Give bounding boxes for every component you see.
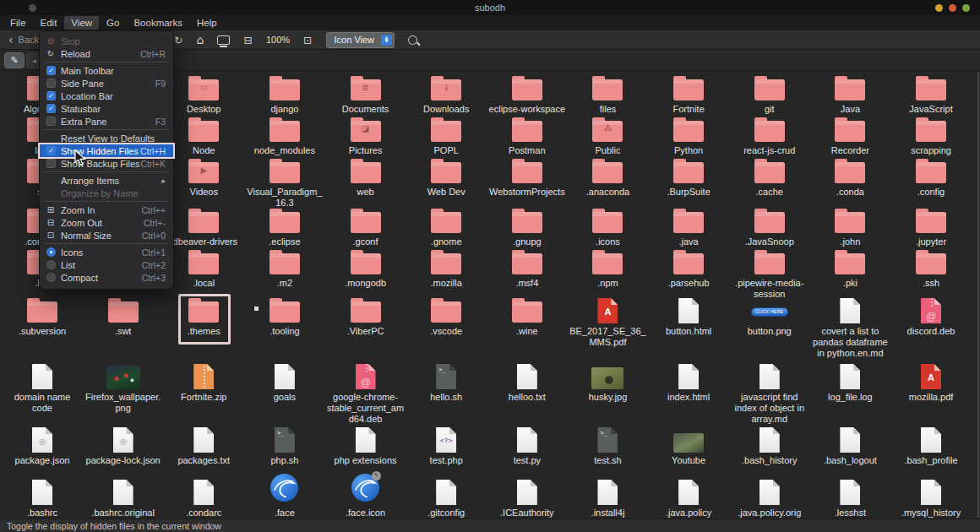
file-item-mozilla-pdf[interactable]: Amozilla.pdf [892,362,970,403]
file-item-scrapping[interactable]: scrapping [892,116,970,156]
file-item-popl[interactable]: POPL [407,116,485,156]
file-item-pictures[interactable]: ◪Pictures [327,116,405,156]
file-item-downloads[interactable]: ↓Downloads [407,74,485,115]
file-item-parsehub[interactable]: .parsehub [650,248,727,289]
file-item-postman[interactable]: Postman [488,116,566,156]
file-item-pipewire-media-session[interactable]: .pipewire-media-session [731,248,808,300]
file-item-git[interactable]: git [731,74,808,115]
file-item-firefox-wallpaper-png[interactable]: Firefox_wallpaper.png [84,362,162,414]
window-button-green[interactable] [962,4,970,12]
file-item-package-lock-json[interactable]: ◎package-lock.json [84,426,162,466]
file-item-files[interactable]: files [569,74,646,115]
file-item-django[interactable]: django [246,74,324,115]
menubar-item-file[interactable]: File [3,16,33,30]
file-item-button-html[interactable]: button.html [650,296,727,337]
file-item-public[interactable]: ⁂Public [569,116,646,156]
file-item-test-sh[interactable]: >_test.sh [569,426,646,466]
file-item-visual-paradigm-16-3[interactable]: Visual_Paradigm_16.3 [246,157,324,209]
file-item-index-html[interactable]: index.html [650,362,727,403]
file-item-ssh[interactable]: .ssh [892,248,970,289]
file-item-node[interactable]: Node [165,116,242,156]
file-item-themes[interactable]: .themes [165,296,242,337]
menubar-item-go[interactable]: Go [100,16,126,30]
file-item-m2[interactable]: .m2 [246,248,324,289]
file-item-pki[interactable]: .pki [811,248,889,289]
menu-item-side-pane[interactable]: Side PaneF9 [40,77,173,90]
file-item-iceauthority[interactable]: .ICEauthority [488,478,566,518]
menu-item-show-hidden-files[interactable]: ✓Show Hidden FilesCtrl+H [40,144,173,157]
file-item-config[interactable]: .config [892,157,970,198]
menu-item-arrange-items[interactable]: Arrange Items▸ [40,174,173,187]
file-item-javascript-find-index-of-object-in-array-md[interactable]: javascript find index of object in array… [731,362,808,425]
file-item-youtube[interactable]: Youtube [650,426,727,466]
file-item-anaconda[interactable]: .anaconda [569,157,646,198]
file-item-java-policy[interactable]: .java.policy [650,478,727,518]
file-item-gnome[interactable]: .gnome [407,207,485,247]
file-item-tooling[interactable]: .tooling [246,296,324,337]
menubar-item-help[interactable]: Help [190,16,224,30]
menu-item-statusbar[interactable]: ✓Statusbar [40,102,173,115]
file-item-eclipse-workspace[interactable]: eclipse-workspace [488,74,566,115]
file-item-local[interactable]: .local [165,248,242,289]
file-item-dbeaver-drivers[interactable]: .dbeaver-drivers [165,207,242,247]
file-item-videos[interactable]: ▶Videos [165,157,242,198]
file-item-npm[interactable]: .npm [569,248,646,289]
file-item-eclipse[interactable]: .eclipse [246,207,324,247]
file-item-mongodb[interactable]: .mongodb [327,248,405,289]
menu-item-list[interactable]: ListCtrl+2 [40,258,173,271]
file-item-domain-name-code[interactable]: domain name code [3,362,81,414]
file-item-web-dev[interactable]: Web Dev [407,157,485,198]
file-item-mozilla[interactable]: .mozilla [407,248,485,289]
menu-item-normal-size[interactable]: ⊡Normal SizeCtrl+0 [40,229,173,242]
menu-item-location-bar[interactable]: ✓Location Bar [40,90,173,102]
file-item-condarc[interactable]: .condarc [165,478,242,518]
file-item-python[interactable]: Python [650,116,727,156]
menu-item-reset-view-to-defaults[interactable]: Reset View to Defaults [40,132,173,144]
menu-item-zoom-in[interactable]: ⊞Zoom InCtrl++ [40,204,173,216]
menu-item-zoom-out[interactable]: ⊟Zoom OutCtrl+- [40,216,173,229]
file-item-php-extensions[interactable]: php extensions [327,426,405,466]
file-item-webstormprojects[interactable]: WebstormProjects [488,157,566,198]
file-item-bash-history[interactable]: .bash_history [731,426,808,466]
file-item-wine[interactable]: .wine [488,296,566,337]
file-item-vscode[interactable]: .vscode [407,296,485,337]
file-item-discord-deb[interactable]: @discord.deb [892,296,970,337]
file-item-gitconfig[interactable]: .gitconfig [407,478,485,518]
menubar-item-view[interactable]: View [64,16,99,30]
file-item-subversion[interactable]: .subversion [3,296,81,337]
file-item-husky-jpg[interactable]: husky.jpg [569,362,646,403]
file-item-bashrc-original[interactable]: .bashrc.original [84,478,162,518]
file-item-package-json[interactable]: ◎package.json [3,426,81,466]
file-item-log-file-log[interactable]: log_file.log [811,362,889,403]
file-item-covert-a-list-to-pandas-dataframe-in-python-en-md[interactable]: covert a list to pandas dataframe in pyt… [811,296,889,359]
file-item-conda[interactable]: .conda [811,157,889,198]
file-item-face[interactable]: .face [246,478,324,518]
file-item-mysql-history[interactable]: .mysql_history [892,478,970,518]
file-item-msf4[interactable]: .msf4 [488,248,566,289]
file-item-test-php[interactable]: <?>test.php [407,426,485,466]
file-item-gconf[interactable]: .gconf [327,207,405,247]
window-button-orange[interactable] [949,4,956,12]
file-item-face-icon[interactable]: ✎.face.icon [327,478,405,518]
file-item-icons[interactable]: .icons [569,207,646,247]
file-item-john[interactable]: .john [811,207,889,247]
file-item-install4j[interactable]: .install4j [569,478,646,518]
menu-item-show-backup-files[interactable]: Show Backup FilesCtrl+K [40,157,173,170]
file-item-bash-logout[interactable]: .bash_logout [811,426,889,466]
file-item-packages-txt[interactable]: packages.txt [165,426,242,466]
file-item-hello-sh[interactable]: >_hello.sh [407,362,485,403]
file-item-jupyter[interactable]: .jupyter [892,207,970,247]
file-item-lesshst[interactable]: .lesshst [811,478,889,518]
file-item-web[interactable]: web [327,157,405,198]
file-item-test-py[interactable]: test.py [488,426,566,466]
file-item-fortnite[interactable]: Fortnite [650,74,727,115]
file-item-gnupg[interactable]: .gnupg [488,207,566,247]
file-item-cache[interactable]: .cache [731,157,808,198]
file-item-be-2017-se-36-mms-pdf[interactable]: ABE_2017_SE_36_MMS.pdf [569,296,646,348]
file-item-javasnoop[interactable]: .JavaSnoop [731,207,808,247]
menu-item-compact[interactable]: CompactCtrl+3 [40,271,173,284]
file-item-javascript[interactable]: JavaScript [892,74,970,115]
file-item-java-policy-orig[interactable]: .java.policy.orig [731,478,808,518]
file-item-goals[interactable]: goals [246,362,324,403]
menu-item-icons[interactable]: IconsCtrl+1 [40,246,173,258]
